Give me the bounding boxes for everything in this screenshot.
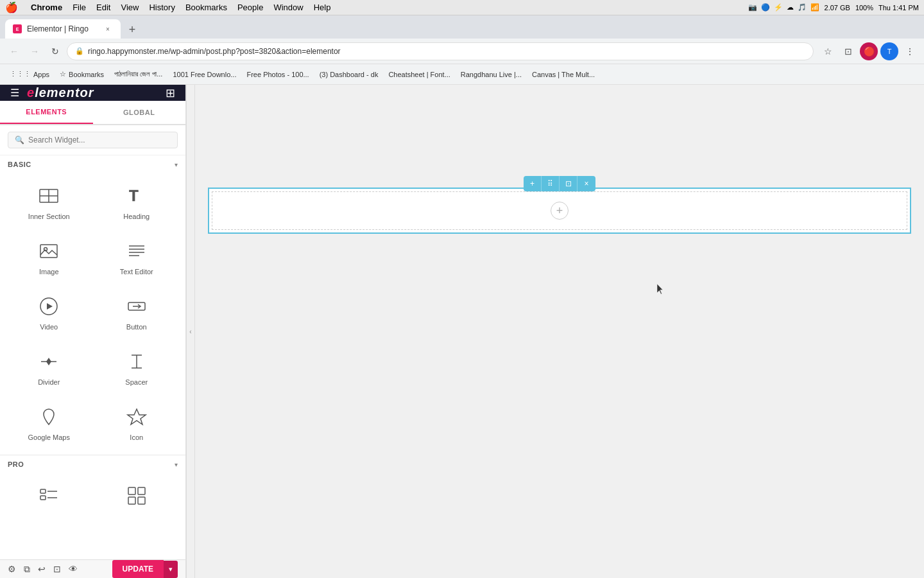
menubar-bookmarks[interactable]: Bookmarks	[185, 3, 227, 12]
video-icon	[37, 295, 60, 318]
elementor-canvas: + ⠿ ⊡ × +	[195, 85, 924, 578]
bookmark-star-button[interactable]: ☆	[819, 42, 837, 60]
basic-section-chevron: ▾	[175, 161, 178, 168]
elementor-logo: elementor	[27, 85, 94, 100]
svg-text:T: T	[129, 187, 139, 204]
menubar-history[interactable]: History	[149, 3, 175, 12]
svg-point-20	[47, 412, 51, 416]
text-editor-icon	[125, 240, 148, 263]
system-icons: 📷🔵⚡☁🎵📶	[748, 3, 819, 12]
tab-favicon: E	[13, 24, 22, 33]
bookmark-3[interactable]: Free Photos - 100...	[242, 69, 313, 80]
widget-image[interactable]: Image	[5, 229, 93, 284]
section-wrapper: + ⠿ ⊡ × +	[208, 188, 911, 234]
svg-rect-29	[138, 497, 145, 504]
extensions-button[interactable]: 🔴	[860, 42, 878, 60]
update-button[interactable]: UPDATE	[112, 560, 164, 578]
section-close-button[interactable]: ×	[578, 176, 595, 191]
screenshot-button[interactable]: ⊡	[839, 42, 857, 60]
svg-rect-4	[40, 245, 57, 258]
elementor-column[interactable]: +	[212, 191, 907, 230]
widget-google-maps[interactable]: Google Maps	[5, 394, 93, 450]
basic-section-header[interactable]: BASIC ▾	[0, 155, 185, 173]
tab-global[interactable]: GLOBAL	[93, 101, 186, 124]
hamburger-icon[interactable]: ☰	[10, 87, 19, 99]
widget-inner-section[interactable]: Inner Section	[5, 173, 93, 229]
svg-marker-16	[49, 358, 51, 365]
update-dropdown-button[interactable]: ▾	[164, 561, 178, 578]
bookmark-7[interactable]: Canvas | The Mult...	[527, 69, 599, 80]
menubar-help[interactable]: Help	[314, 3, 331, 12]
svg-marker-21	[128, 409, 146, 425]
toolbar-right: ☆ ⊡ 🔴 T ⋮	[819, 42, 919, 60]
svg-rect-27	[138, 487, 145, 495]
menubar-edit[interactable]: Edit	[96, 3, 110, 12]
bookmark-6[interactable]: Rangdhanu Live |...	[456, 69, 526, 80]
search-input[interactable]	[28, 136, 171, 144]
bookmark-5[interactable]: Cheatsheet | Font...	[384, 69, 454, 80]
menubar-window[interactable]: Window	[273, 3, 303, 12]
bookmark-1[interactable]: পাঠলানিয়ার জেল পা...	[110, 68, 167, 80]
bookmark-bookmarks[interactable]: ☆ Bookmarks	[55, 68, 108, 80]
back-button[interactable]: ←	[5, 42, 23, 60]
menubar-file[interactable]: File	[73, 3, 86, 12]
widget-divider[interactable]: Divider	[5, 339, 93, 394]
chrome-tabbar: E Elementor | Ringo × +	[0, 15, 924, 39]
bookmark-2[interactable]: 1001 Free Downlo...	[168, 69, 241, 80]
widget-video[interactable]: Video	[5, 284, 93, 339]
responsive-icon[interactable]: ⊡	[53, 564, 61, 574]
menubar-people[interactable]: People	[237, 3, 263, 12]
widget-text-editor[interactable]: Text Editor	[93, 229, 181, 284]
preview-icon[interactable]: 👁	[69, 564, 78, 574]
image-label: Image	[39, 268, 59, 276]
section-settings-button[interactable]: ⊡	[560, 176, 578, 191]
bookmark-6-label: Rangdhanu Live |...	[461, 71, 522, 78]
pro-section-header[interactable]: PRO ▾	[0, 455, 185, 473]
elementor-section[interactable]: +	[208, 188, 911, 234]
widget-spacer[interactable]: Spacer	[93, 339, 181, 394]
section-drag-handle[interactable]: ⠿	[542, 176, 560, 191]
history-icon[interactable]: ↩	[38, 564, 46, 574]
pro-widget-1[interactable]	[5, 473, 93, 521]
svg-rect-22	[40, 489, 46, 493]
tab-close-button[interactable]: ×	[103, 24, 113, 34]
address-bar[interactable]: 🔒 ringo.happymonster.me/wp-admin/post.ph…	[67, 42, 814, 60]
new-tab-button[interactable]: +	[123, 21, 141, 39]
active-tab[interactable]: E Elementor | Ringo ×	[5, 19, 121, 39]
sidebar-tabs: ELEMENTS GLOBAL	[0, 101, 185, 125]
menubar-view[interactable]: View	[121, 3, 139, 12]
add-widget-button[interactable]: +	[551, 202, 569, 220]
layers-icon[interactable]: ⧉	[24, 564, 30, 575]
spacer-icon	[125, 350, 148, 373]
grid-icon[interactable]: ⊞	[166, 86, 175, 100]
widget-heading[interactable]: T Heading	[93, 173, 181, 229]
pro-widget-2[interactable]	[93, 473, 181, 521]
heading-icon: T	[125, 184, 148, 207]
bookmark-4[interactable]: (3) Dashboard - dk	[315, 69, 383, 80]
tab-elements[interactable]: ELEMENTS	[0, 101, 93, 124]
inner-section-icon	[37, 184, 60, 207]
widget-icon[interactable]: Icon	[93, 394, 181, 450]
forward-button[interactable]: →	[26, 42, 44, 60]
spacer-label: Spacer	[125, 378, 148, 386]
footer-icons: ⚙ ⧉ ↩ ⊡ 👁	[8, 564, 78, 575]
profile-button[interactable]: T	[880, 42, 898, 60]
bookmark-4-label: (3) Dashboard - dk	[320, 71, 379, 78]
svg-marker-15	[46, 358, 49, 365]
widget-button[interactable]: Button	[93, 284, 181, 339]
menubar-chrome[interactable]: Chrome	[31, 3, 62, 12]
time-display: Thu 1:41 PM	[878, 4, 919, 12]
elementor-sidebar: ☰ elementor ⊞ ELEMENTS GLOBAL 🔍	[0, 85, 186, 578]
apple-menu-icon[interactable]: 🍎	[5, 1, 18, 13]
pro-widget-2-icon	[125, 484, 148, 507]
canvas-area[interactable]: + ⠿ ⊡ × +	[195, 85, 924, 578]
widget-grid: Inner Section T Heading	[0, 173, 185, 455]
more-button[interactable]: ⋮	[901, 42, 919, 60]
settings-icon[interactable]: ⚙	[8, 564, 16, 574]
svg-rect-28	[128, 497, 135, 504]
section-add-button[interactable]: +	[524, 176, 542, 191]
search-wrapper: 🔍	[8, 132, 178, 148]
bookmark-apps[interactable]: ⋮⋮⋮ Apps	[5, 68, 54, 80]
reload-button[interactable]: ↻	[46, 42, 64, 60]
sidebar-collapse-handle[interactable]: ‹	[186, 85, 195, 578]
